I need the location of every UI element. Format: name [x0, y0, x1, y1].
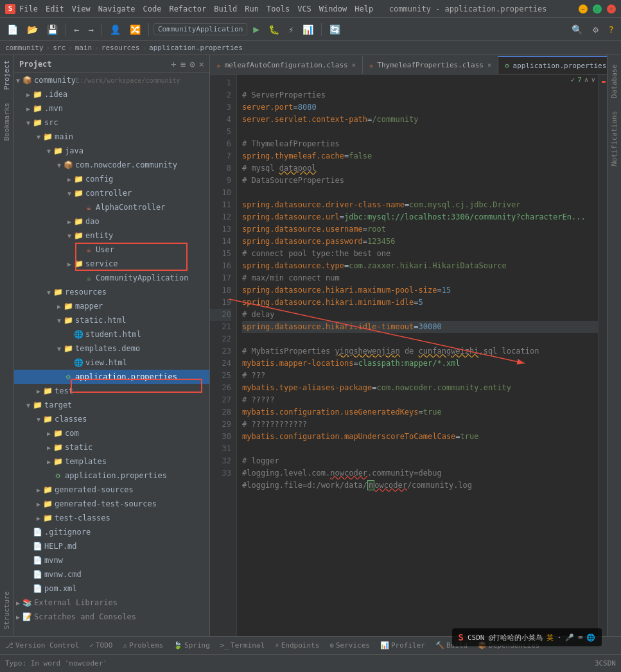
menu-window[interactable]: Window [319, 4, 347, 13]
tree-service[interactable]: ▶ 📁 service [14, 257, 209, 271]
tree-static[interactable]: ▼ 📁 static.html [14, 313, 209, 327]
sidebar-collapse-icon[interactable]: ≡ [180, 59, 186, 69]
tree-ext-libs[interactable]: ▶ 📚 External Libraries [14, 596, 209, 610]
tree-target-templates[interactable]: ▶ 📁 templates [14, 454, 209, 469]
tree-src[interactable]: ▼ 📁 src [14, 116, 209, 130]
menu-help[interactable]: Help [354, 4, 373, 13]
debug-button[interactable]: 🐛 [265, 23, 283, 36]
tree-gitignore[interactable]: ▶ 📄 .gitignore [14, 525, 209, 539]
toolbar-settings[interactable]: ⚙ [590, 23, 601, 36]
tree-help[interactable]: ▶ 📄 HELP.md [14, 539, 209, 553]
tree-app-props[interactable]: ▶ ⚙ application.properties [14, 370, 209, 384]
menu-tools[interactable]: Tools [267, 4, 290, 13]
tab-bookmarks[interactable]: Bookmarks [3, 103, 11, 141]
tab-database[interactable]: Database [609, 60, 620, 102]
toolbar-save[interactable]: 💾 [44, 23, 61, 36]
status-endpoints[interactable]: ⚡Endpoints [275, 641, 319, 650]
tree-test-classes[interactable]: ▶ 📁 test-classes [14, 511, 209, 525]
toolbar-help[interactable]: ? [606, 23, 617, 36]
breadcrumb-src[interactable]: src [53, 44, 66, 52]
menu-build[interactable]: Build [214, 4, 237, 13]
toolbar-sync[interactable]: 🔄 [326, 23, 344, 36]
tree-mvnw[interactable]: ▶ 📄 mvnw [14, 553, 209, 567]
tree-classes-props[interactable]: ▶ ⚙ application.properties [14, 469, 209, 483]
tree-pom[interactable]: ▶ 📄 pom.xml [14, 582, 209, 596]
sidebar-add-icon[interactable]: + [171, 59, 176, 69]
tree-view-html[interactable]: ▶ 🌐 view.html [14, 356, 209, 370]
tab-app-props[interactable]: ⚙ application.properties × [498, 56, 607, 74]
toolbar-sep3 [148, 23, 149, 36]
toolbar-search[interactable]: 🔍 [568, 23, 586, 36]
tree-community-app[interactable]: ▶ ☕ CommunityApplication [14, 271, 209, 285]
tree-entity[interactable]: ▼ 📁 entity [14, 228, 209, 243]
tab-thymeleaf-auto[interactable]: ☕ meleafAutoConfiguration.class × [210, 56, 363, 74]
maximize-button[interactable]: □ [593, 4, 602, 13]
tree-gen-sources[interactable]: ▶ 📁 generated-sources [14, 483, 209, 497]
tree-test[interactable]: ▶ 📁 test [14, 384, 209, 398]
sidebar-settings-icon[interactable]: ⚙ [189, 59, 195, 69]
tree-community[interactable]: ▼ 📦 community E:/work/workspace/communit… [14, 73, 209, 87]
tree-main[interactable]: ▼ 📁 main [14, 130, 209, 144]
tree-target[interactable]: ▼ 📁 target [14, 398, 209, 412]
toolbar-user[interactable]: 👤 [107, 23, 124, 36]
tree-target-com[interactable]: ▶ 📁 com [14, 426, 209, 440]
profile-button[interactable]: 📊 [299, 23, 317, 36]
menu-file[interactable]: File [19, 4, 38, 13]
menu-vcs[interactable]: VCS [297, 4, 311, 13]
editor-area[interactable]: ✓ 7 ∧ ∨ 12345 678910 1112131415 16171819… [210, 74, 607, 636]
tree-mvn[interactable]: ▶ 📁 .mvn [14, 101, 209, 116]
status-todo[interactable]: ✓TODO [89, 641, 112, 650]
toolbar-forward[interactable]: → [85, 23, 96, 36]
code-lines[interactable]: # ServerProperties server.port=8080 serv… [237, 74, 598, 636]
minimize-button[interactable]: − [579, 4, 588, 13]
tab-structure[interactable]: Structure [3, 591, 11, 630]
toolbar-vcs[interactable]: 🔀 [127, 23, 144, 36]
tree-java[interactable]: ▼ 📁 java [14, 144, 209, 158]
tree-alpha-controller[interactable]: ▶ ☕ AlphaController [14, 200, 209, 214]
toolbar-open[interactable]: 📂 [24, 23, 41, 36]
coverage-button[interactable]: ⚡ [285, 23, 297, 36]
menu-code[interactable]: Code [143, 4, 162, 13]
menu-view[interactable]: View [72, 4, 91, 13]
status-services[interactable]: ⚙Services [329, 641, 370, 650]
menu-refactor[interactable]: Refactor [169, 4, 206, 13]
tree-user[interactable]: ▶ ☕ User [14, 243, 209, 257]
tree-mapper[interactable]: ▶ 📁 mapper [14, 299, 209, 313]
tree-gen-test-sources[interactable]: ▶ 📁 generated-test-sources [14, 497, 209, 511]
status-profiler[interactable]: 📊Profiler [380, 641, 425, 650]
tree-package[interactable]: ▼ 📦 com.nowcoder.community [14, 158, 209, 172]
tab-notifications[interactable]: Notifications [609, 107, 620, 170]
tab-thymeleaf-props[interactable]: ☕ ThymeleafProperties.class × [363, 56, 498, 74]
menu-navigate[interactable]: Navigate [98, 4, 136, 13]
tree-classes[interactable]: ▼ 📁 classes [14, 412, 209, 426]
tree-student-html[interactable]: ▶ 🌐 student.html [14, 327, 209, 341]
tree-target-static[interactable]: ▶ 📁 static [14, 440, 209, 454]
tree-config[interactable]: ▶ 📁 config [14, 172, 209, 186]
status-terminal[interactable]: >_Terminal [220, 641, 265, 650]
toolbar-new[interactable]: 📄 [4, 23, 21, 36]
breadcrumb-main[interactable]: main [75, 44, 92, 52]
breadcrumb-community[interactable]: community [5, 44, 44, 52]
status-problems[interactable]: ⚠Problems [123, 641, 163, 650]
breadcrumb-resources[interactable]: resources [101, 44, 140, 52]
menu-bar[interactable]: File Edit View Navigate Code Refactor Bu… [19, 4, 373, 13]
status-version-control[interactable]: ⎇Version Control [5, 641, 79, 650]
tab-project[interactable]: Project [3, 60, 11, 90]
tree-templates-demo[interactable]: ▼ 📁 templates.demo [14, 341, 209, 356]
menu-edit[interactable]: Edit [46, 4, 64, 13]
tree-resources[interactable]: ▼ 📁 resources [14, 285, 209, 299]
sidebar-close-icon[interactable]: × [199, 59, 204, 69]
toolbar-sep4 [321, 23, 322, 36]
run-button[interactable]: ▶ [250, 22, 263, 37]
run-config-selector[interactable]: CommunityApplication [153, 23, 247, 35]
tree-scratches[interactable]: ▶ 📝 Scratches and Consoles [14, 610, 209, 624]
toolbar-back[interactable]: ← [71, 23, 82, 36]
tree-mvnw-cmd[interactable]: ▶ 📄 mvnw.cmd [14, 567, 209, 582]
tree-idea[interactable]: ▶ 📁 .idea [14, 87, 209, 101]
menu-run[interactable]: Run [245, 4, 259, 13]
breadcrumb-file[interactable]: application.properties [149, 44, 243, 52]
tree-controller[interactable]: ▼ 📁 controller [14, 186, 209, 200]
status-spring[interactable]: 🍃Spring [173, 641, 210, 650]
tree-dao[interactable]: ▶ 📁 dao [14, 214, 209, 228]
close-button[interactable]: × [607, 4, 616, 13]
